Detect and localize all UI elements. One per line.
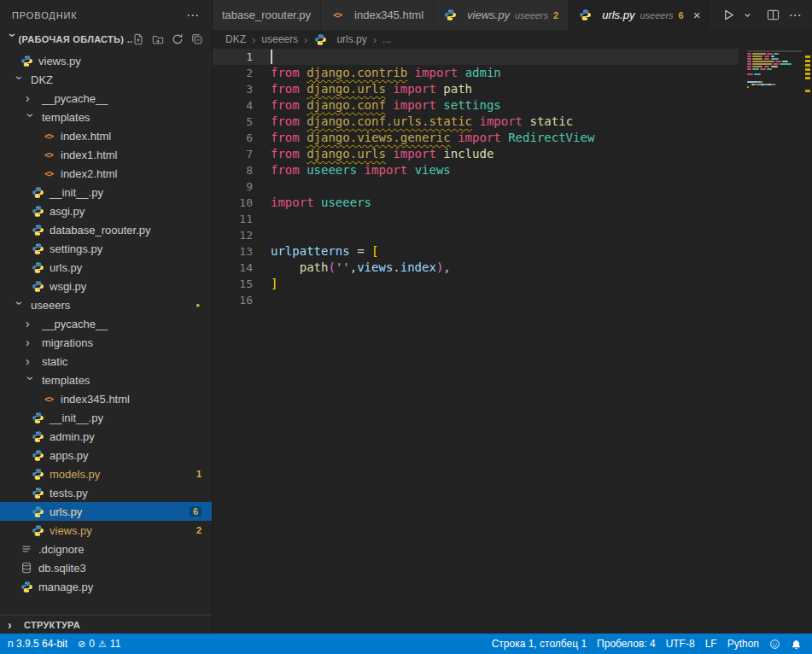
code-token: [314, 196, 321, 209]
outline-section-header[interactable]: › СТРУКТУРА: [0, 615, 212, 634]
tree-file-__init__.py[interactable]: __init__.py: [0, 408, 212, 427]
line-number: 13: [213, 243, 271, 260]
run-python-file-button[interactable]: [721, 7, 737, 23]
minimap-segment: [767, 68, 772, 70]
tree-file-index2.html[interactable]: <>index2.html: [0, 164, 212, 183]
warning-mark: [805, 55, 810, 58]
tree-folder-__pycache__[interactable]: ›__pycache__: [0, 314, 212, 333]
breadcrumb-item-useeers[interactable]: useeers: [261, 33, 298, 45]
close-tab-icon[interactable]: ×: [693, 9, 701, 21]
workspace-section-header[interactable]: › (РАБОЧАЯ ОБЛАСТЬ) ...: [0, 30, 212, 49]
tree-file-urls.py[interactable]: urls.py6: [0, 502, 212, 521]
python-interpreter-status[interactable]: n 3.9.5 64-bit: [3, 634, 73, 654]
code-line-5[interactable]: 5from django.conf.urls.static import sta…: [213, 114, 739, 130]
tree-folder-useeers[interactable]: ›useeers●: [0, 295, 212, 314]
tab-views.py[interactable]: views.pyuseeers2: [434, 0, 569, 30]
tree-file-settings.py[interactable]: settings.py: [0, 239, 212, 258]
tree-file-__init__.py[interactable]: __init__.py: [0, 183, 212, 201]
editor[interactable]: 12from django.contrib import admin3from …: [213, 49, 812, 634]
tree-item-label: index.html: [61, 130, 111, 143]
code-token: [300, 98, 307, 112]
tree-file-views.py[interactable]: views.py2: [0, 521, 212, 540]
cursor-position-status[interactable]: Строка 1, столбец 1: [487, 634, 592, 654]
code-token: =: [350, 244, 371, 258]
breadcrumb-item-urlspy[interactable]: urls.py: [313, 32, 366, 46]
tree-file-manage.py[interactable]: manage.py: [0, 577, 212, 596]
code-token: django.views.generic: [307, 131, 451, 144]
code-line-16[interactable]: 16: [213, 292, 739, 308]
tree-file-index1.html[interactable]: <>index1.html: [0, 145, 212, 164]
explorer-more-actions-icon[interactable]: ⋯: [186, 8, 200, 23]
code-line-14[interactable]: 14 path('',views.index),: [213, 260, 739, 276]
notifications-bell-icon[interactable]: [786, 634, 807, 654]
tree-item-label: urls.py: [50, 505, 82, 518]
tab-index345.html[interactable]: <>index345.html: [321, 0, 434, 30]
minimap[interactable]: [747, 50, 802, 91]
tree-folder-templates[interactable]: ›templates: [0, 108, 212, 126]
code-line-6[interactable]: 6from django.views.generic import Redire…: [213, 130, 739, 146]
new-file-icon[interactable]: [132, 33, 144, 45]
tree-folder-static[interactable]: ›static: [0, 352, 212, 371]
tree-folder-migrations[interactable]: ›migrations: [0, 333, 212, 352]
feedback-smiley-icon[interactable]: [764, 634, 786, 654]
minimap-line: [747, 53, 802, 55]
breadcrumb-label: ...: [383, 33, 391, 45]
overview-ruler[interactable]: [803, 49, 812, 634]
code-line-10[interactable]: 10import useeers: [213, 195, 739, 211]
code-line-13[interactable]: 13urlpatterns = [: [213, 243, 739, 260]
minimap-segment: [747, 61, 751, 62]
refresh-icon[interactable]: [172, 33, 184, 45]
split-editor-icon[interactable]: [765, 7, 781, 23]
minimap-line: [747, 84, 802, 85]
code-line-4[interactable]: 4from django.conf import settings: [213, 97, 739, 114]
run-dropdown-chevron-icon[interactable]: [742, 9, 753, 20]
line-number: 12: [213, 227, 271, 243]
code-area[interactable]: 12from django.contrib import admin3from …: [213, 49, 739, 308]
code-token: [300, 163, 307, 177]
code-line-15[interactable]: 15]: [213, 276, 739, 292]
tree-file-admin.py[interactable]: admin.py: [0, 427, 212, 446]
new-folder-icon[interactable]: [152, 33, 164, 45]
tree-file-db.sqlite3[interactable]: db.sqlite3: [0, 558, 212, 577]
code-token: useeers: [307, 163, 357, 177]
code-line-2[interactable]: 2from django.contrib import admin: [213, 65, 739, 81]
tree-file-.dcignore[interactable]: .dcignore: [0, 540, 212, 558]
code-line-8[interactable]: 8from useeers import views: [213, 162, 739, 178]
indentation-status[interactable]: Пробелов: 4: [592, 634, 661, 654]
tree-item-label: .dcignore: [38, 543, 84, 556]
tree-folder-DKZ[interactable]: ›DKZ: [0, 70, 212, 89]
tree-folder-__pycache__[interactable]: ›__pycache__: [0, 89, 212, 108]
code-line-3[interactable]: 3from django.urls import path: [213, 81, 739, 97]
breadcrumb-item-[interactable]: ...: [383, 33, 391, 45]
tree-item-label: __pycache__: [42, 92, 108, 105]
collapse-all-icon[interactable]: [191, 33, 203, 45]
problems-indicator[interactable]: ⊘ 0 ⚠ 11: [73, 634, 126, 654]
tree-file-models.py[interactable]: models.py1: [0, 464, 212, 483]
code-token: (: [328, 260, 335, 274]
minimap-segment: [760, 68, 766, 70]
tree-file-tests.py[interactable]: tests.py: [0, 483, 212, 502]
chevron-right-icon: ›: [23, 318, 42, 330]
encoding-status[interactable]: UTF-8: [661, 634, 700, 654]
code-line-1[interactable]: 1: [213, 49, 739, 65]
breadcrumb-item-DKZ[interactable]: DKZ: [225, 33, 246, 45]
tree-file-apps.py[interactable]: apps.py: [0, 446, 212, 464]
code-line-12[interactable]: 12: [213, 227, 739, 243]
code-line-11[interactable]: 11: [213, 211, 739, 227]
language-mode-status[interactable]: Python: [722, 634, 764, 654]
line-content: import useeers: [271, 195, 371, 211]
tree-file-database_roouter.py[interactable]: database_roouter.py: [0, 220, 212, 239]
editor-more-actions-icon[interactable]: ⋯: [786, 6, 803, 25]
tree-file-asgi.py[interactable]: asgi.py: [0, 201, 212, 220]
minimap-line: [747, 86, 802, 88]
tab-urls.py[interactable]: urls.pyuseeers6×: [569, 0, 710, 30]
code-line-7[interactable]: 7from django.urls import include: [213, 146, 739, 162]
eol-status[interactable]: LF: [700, 634, 722, 654]
code-line-9[interactable]: 9: [213, 178, 739, 195]
tree-file-wsgi.py[interactable]: wsgi.py: [0, 277, 212, 295]
tree-folder-templates[interactable]: ›templates: [0, 371, 212, 389]
tab-tabase_roouter.py[interactable]: tabase_roouter.py: [213, 0, 321, 30]
tree-file-views.py[interactable]: views.py: [0, 51, 212, 70]
tree-item-label: apps.py: [50, 449, 89, 462]
tree-file-urls.py[interactable]: urls.py: [0, 258, 212, 277]
